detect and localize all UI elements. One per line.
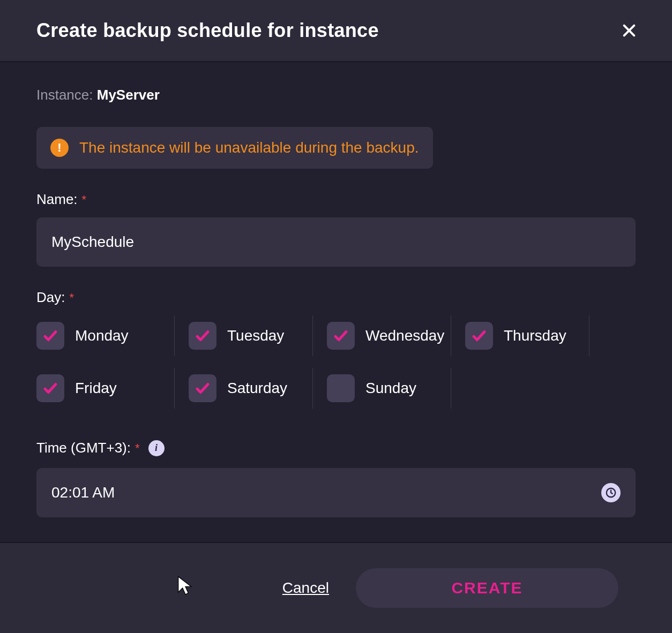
checkbox-tuesday[interactable] (189, 322, 216, 350)
backup-schedule-modal: Create backup schedule for instance Inst… (0, 0, 672, 633)
check-icon (333, 328, 349, 344)
instance-row: Instance: MyServer (36, 87, 636, 103)
day-label: Tuesday (227, 327, 284, 344)
modal-header: Create backup schedule for instance (0, 0, 672, 62)
check-icon (42, 328, 58, 344)
close-button[interactable] (618, 20, 640, 41)
name-field-label: Name:* (36, 191, 636, 208)
time-field-label-row: Time (GMT+3):* i (36, 440, 636, 456)
modal-footer: Cancel CREATE (0, 542, 672, 633)
close-icon (621, 22, 638, 39)
cancel-button[interactable]: Cancel (282, 579, 329, 597)
clock-icon[interactable] (601, 483, 621, 502)
check-icon (42, 380, 58, 396)
day-cell-sunday: Sunday (313, 368, 451, 409)
time-input-wrapper (36, 468, 636, 517)
exclamation-icon: ! (50, 139, 69, 157)
required-mark: * (135, 441, 140, 455)
checkbox-friday[interactable] (36, 374, 64, 402)
day-cell-tuesday: Tuesday (175, 315, 313, 356)
day-label: Monday (75, 327, 129, 344)
warning-alert: ! The instance will be unavailable durin… (36, 127, 433, 169)
modal-body: Instance: MyServer ! The instance will b… (0, 62, 672, 542)
cursor-icon (177, 575, 194, 599)
day-cell-thursday: Thursday (451, 315, 589, 356)
time-input[interactable] (36, 468, 636, 517)
day-cell-saturday: Saturday (175, 368, 313, 409)
checkbox-sunday[interactable] (327, 374, 355, 402)
modal-title: Create backup schedule for instance (36, 19, 379, 42)
day-cell-friday: Friday (36, 368, 175, 409)
check-icon (471, 328, 487, 344)
required-mark: * (69, 291, 74, 305)
day-label: Friday (75, 380, 117, 397)
checkbox-saturday[interactable] (189, 374, 216, 402)
time-field-label: Time (GMT+3):* (36, 440, 140, 456)
checkbox-monday[interactable] (36, 322, 64, 350)
schedule-name-input[interactable] (36, 217, 636, 267)
required-mark: * (82, 193, 87, 207)
checkbox-thursday[interactable] (465, 322, 493, 350)
day-cell-monday: Monday (36, 315, 175, 356)
instance-name: MyServer (97, 87, 160, 103)
check-icon (195, 380, 211, 396)
warning-text: The instance will be unavailable during … (79, 139, 419, 156)
days-grid: Monday Tuesday Wednesday Thursday (36, 315, 636, 420)
day-field-label: Day:* (36, 289, 636, 306)
day-label: Wednesday (365, 327, 444, 344)
instance-label: Instance: (36, 87, 97, 103)
day-label: Saturday (227, 380, 287, 397)
day-label: Sunday (365, 380, 416, 397)
checkbox-wednesday[interactable] (327, 322, 355, 350)
day-label: Thursday (504, 327, 566, 344)
check-icon (195, 328, 211, 344)
info-icon[interactable]: i (148, 440, 165, 456)
create-button[interactable]: CREATE (356, 568, 618, 608)
day-cell-wednesday: Wednesday (313, 315, 451, 356)
